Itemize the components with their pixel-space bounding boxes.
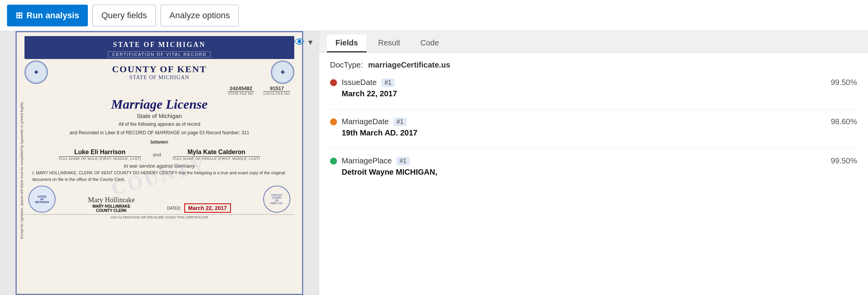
cert-recorded-line: and Recorded in Liber 8 of RECORD OF MAR…: [32, 129, 286, 136]
cert-name-male-block: Luke Eli Harrison FULL NAME OF MALE (FIR…: [59, 149, 141, 161]
cert-name-male-val: Luke Eli Harrison: [59, 149, 141, 157]
cert-state-file-block: 24245482 STATE FILE NO.: [228, 85, 254, 95]
doctype-value: marriageCertificate.us: [368, 61, 450, 69]
analyze-options-label: Analyze options: [169, 10, 230, 20]
cert-ornament-right: ✦: [271, 61, 294, 84]
field-left-issuedate: IssueDate #1: [330, 78, 395, 87]
field-item-marriagedate: MarriageDate #1 98.60% 19th March AD. 20…: [330, 117, 857, 137]
field-dot-issuedate: [330, 79, 337, 86]
cert-and-text: and: [153, 152, 161, 158]
run-icon: ⊞: [16, 10, 23, 21]
cert-bottom-row: STATEOFMICHIGAN Mary Hollinrake MARY HOL…: [24, 184, 294, 213]
cert-ornament-row: ✦ COUNTY OF KENT STATE OF MICHIGAN ✦: [24, 61, 294, 84]
cert-name-female-block: Myla Kate Calderon FULL NAME OF FEMALE (…: [173, 149, 260, 161]
tab-code[interactable]: Code: [412, 35, 448, 52]
cert-signature-block: Mary Hollinrake MARY HOLLINRAKE COUNTY C…: [88, 196, 134, 213]
cert-local-file-val: 91517: [264, 85, 290, 92]
field-value-marriageplace: Detroit Wayne MICHIGAN,: [330, 168, 857, 177]
cert-local-file-block: 91517 LOCAL FILE NO.: [264, 85, 290, 95]
cert-date-label: DATED:: [167, 206, 181, 210]
cert-county-block: COUNTY OF KENT STATE OF MICHIGAN: [48, 64, 271, 81]
tab-result-label: Result: [378, 38, 400, 47]
cert-between-label: between: [150, 139, 168, 145]
cert-file-numbers: 24245482 STATE FILE NO. 91517 LOCAL FILE…: [24, 85, 294, 95]
field-separator-1: [330, 109, 857, 109]
cert-name-male-label: FULL NAME OF MALE (FIRST, MIDDLE, LAST): [59, 157, 141, 161]
cert-state-name: State of Michigan: [137, 113, 182, 119]
field-badge-issuedate: #1: [381, 78, 395, 87]
field-value-issuedate: March 22, 2017: [330, 89, 857, 98]
certificate-document: Except for signature, spaces left blank …: [16, 31, 303, 295]
cert-sig-name: Mary Hollinrake: [88, 196, 134, 204]
field-value-marriagedate: 19th March AD. 2017: [330, 128, 857, 137]
cert-sig-title2: COUNTY CLERK: [88, 208, 134, 213]
results-panel: Fields Result Code DocType: marriageCert…: [319, 31, 868, 295]
query-fields-label: Query fields: [101, 10, 147, 20]
field-confidence-marriageplace: 99.50%: [831, 156, 857, 165]
field-name-issuedate: IssueDate: [342, 78, 377, 87]
field-left-marriageplace: MarriagePlace #1: [330, 156, 410, 165]
cert-name-female-val: Myla Kate Calderon: [173, 149, 260, 157]
cert-date-value: March 22, 2017: [184, 203, 231, 213]
field-dot-marriageplace: [330, 158, 337, 165]
document-controls: 👁 ▾: [294, 36, 313, 49]
cert-subtitle: CERTIFICATION OF VITAL RECORD: [108, 51, 211, 57]
results-tabs: Fields Result Code: [319, 31, 868, 53]
field-badge-marriagedate: #1: [393, 118, 407, 126]
doctype-row: DocType: marriageCertificate.us: [330, 61, 857, 69]
tab-result[interactable]: Result: [370, 35, 409, 52]
main-area: 👁 ▾ Except for signature, spaces left bl…: [0, 31, 868, 295]
visibility-toggle-icon[interactable]: 👁: [294, 36, 305, 49]
analyze-options-button[interactable]: Analyze options: [161, 5, 239, 26]
tab-fields[interactable]: Fields: [327, 35, 367, 52]
field-left-marriagedate: MarriageDate #1: [330, 117, 407, 126]
cert-date-block: DATED: March 22, 2017: [167, 203, 231, 213]
toolbar: ⊞ Run analysis Query fields Analyze opti…: [0, 0, 868, 31]
cert-main-title: Marriage License: [111, 97, 208, 112]
cert-stamp-right: CIRCUITCOURTOFKENT CO.: [263, 186, 290, 213]
field-header-marriagedate: MarriageDate #1 98.60%: [330, 117, 857, 126]
field-name-marriageplace: MarriagePlace: [342, 156, 392, 165]
field-header-marriageplace: MarriagePlace #1 99.50%: [330, 156, 857, 165]
cert-seal-left: STATEOFMICHIGAN: [28, 186, 56, 213]
cert-body-line1: All of the following appears as of recor…: [32, 121, 286, 128]
cert-war-service-text: In war service against Germany: [124, 162, 195, 170]
field-badge-marriageplace: #1: [396, 157, 410, 165]
results-content: DocType: marriageCertificate.us IssueDat…: [319, 53, 868, 295]
cert-left-note: Except for signature, spaces left blank …: [20, 102, 25, 239]
cert-sig-title1: MARY HOLLINRAKE: [88, 204, 134, 208]
cert-ornament-left: ✦: [24, 61, 48, 84]
cert-name-female-label: FULL NAME OF FEMALE (FIRST, MIDDLE, LAST…: [173, 157, 260, 161]
tab-fields-label: Fields: [335, 38, 358, 47]
field-item-issuedate: IssueDate #1 99.50% March 22, 2017: [330, 78, 857, 98]
query-fields-button[interactable]: Query fields: [93, 5, 156, 26]
field-dot-marriagedate: [330, 118, 337, 125]
cert-state-file-label: STATE FILE NO.: [228, 92, 254, 95]
cert-names-row: Luke Eli Harrison FULL NAME OF MALE (FIR…: [24, 149, 294, 161]
cert-footer-text: ANY ALTERATION OR ERASURE VOIDS THIS CER…: [24, 214, 294, 219]
cert-header: STATE OF MICHIGAN CERTIFICATION OF VITAL…: [24, 36, 294, 59]
run-analysis-button[interactable]: ⊞ Run analysis: [7, 5, 88, 26]
field-confidence-marriagedate: 98.60%: [831, 117, 857, 126]
cert-body-text: All of the following appears as of recor…: [24, 121, 294, 138]
field-confidence-issuedate: 99.50%: [831, 78, 857, 87]
field-name-marriagedate: MarriageDate: [342, 117, 389, 126]
field-separator-2: [330, 148, 857, 149]
cert-state-subtitle: STATE OF MICHIGAN: [52, 75, 267, 81]
cert-certify-text: I, MARY HOLLINRAKE, CLERK OF KENT COUNTY…: [24, 170, 294, 182]
cert-state-file-val: 24245482: [228, 85, 254, 92]
doctype-prefix: DocType:: [330, 61, 363, 69]
chevron-down-icon[interactable]: ▾: [308, 37, 313, 47]
field-item-marriageplace: MarriagePlace #1 99.50% Detroit Wayne MI…: [330, 156, 857, 177]
cert-county-title: COUNTY OF KENT: [52, 64, 267, 75]
cert-local-file-label: LOCAL FILE NO.: [264, 92, 290, 95]
field-header-issuedate: IssueDate #1 99.50%: [330, 78, 857, 87]
run-analysis-label: Run analysis: [26, 10, 79, 21]
document-panel: 👁 ▾ Except for signature, spaces left bl…: [0, 31, 319, 295]
tab-code-label: Code: [421, 38, 439, 47]
cert-state-title: STATE OF MICHIGAN: [24, 38, 294, 50]
